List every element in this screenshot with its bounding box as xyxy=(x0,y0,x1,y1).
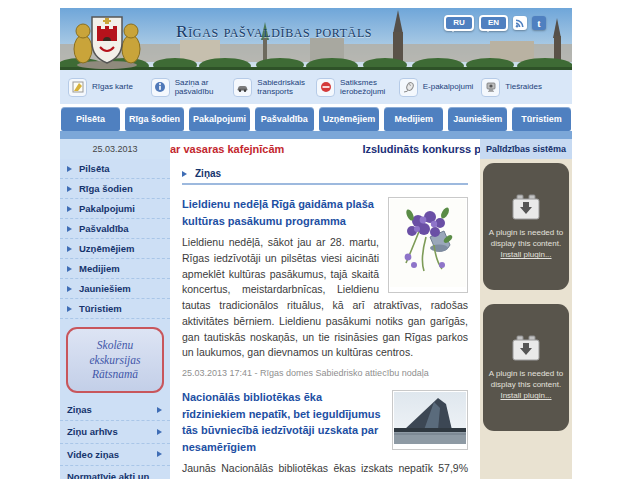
toolbar-item-e-services[interactable]: E-pakalpojumi xyxy=(399,78,482,97)
nav-strip xyxy=(60,131,572,139)
car-icon xyxy=(233,78,252,97)
arrow-right-icon xyxy=(67,306,75,312)
sidebar-item-turistiem[interactable]: Tūristiem xyxy=(60,299,170,319)
sidebar-item-uznemejiem[interactable]: Uzņēmējiem xyxy=(60,239,170,259)
lang-en-button[interactable]: EN xyxy=(479,15,508,31)
toolbar-item-riga-map[interactable]: Rīgas karte xyxy=(68,78,151,97)
news-marquee[interactable]: ar vasaras kafejnīcāmIzsludināts konkurs… xyxy=(170,139,480,159)
rss-icon[interactable] xyxy=(513,16,527,30)
plugin-brick-icon xyxy=(510,335,542,363)
toolbar-item-public-transport[interactable]: Sabiedriskais transports xyxy=(233,78,316,97)
article-body: Jaunās Nacionālās bibliotēkas ēkas izska… xyxy=(182,461,468,479)
main-navigation: Pilsēta Rīga šodien Pakalpojumi Pašvaldī… xyxy=(60,104,572,139)
easter-flowers-photo[interactable] xyxy=(388,197,468,293)
site-title: Rīgas pašvaldības portāls xyxy=(176,21,372,42)
sidebar-item-medijiem[interactable]: Medijiem xyxy=(60,259,170,279)
plugin-placeholder-2: A plugin is needed to display this conte… xyxy=(483,304,569,431)
help-system-button[interactable]: Palīdzības sistēma xyxy=(480,139,572,159)
breadcrumb[interactable]: Ziņas xyxy=(182,159,468,185)
national-library-photo[interactable] xyxy=(392,390,468,450)
plugin-placeholder-1: A plugin is needed to display this conte… xyxy=(483,163,569,290)
map-icon xyxy=(68,78,87,97)
ticker-item-1[interactable]: ar vasaras kafejnīcām xyxy=(170,143,284,155)
arrow-right-icon xyxy=(67,226,75,232)
tab-pakalpojumi[interactable]: Pakalpojumi xyxy=(189,107,250,131)
tab-pasvaldiba[interactable]: Pašvaldība xyxy=(255,107,314,131)
arrow-right-icon xyxy=(67,166,75,172)
school-excursions-banner[interactable]: Skolēnu ekskursijas Rātsnamā xyxy=(66,327,164,393)
mouse-icon xyxy=(399,78,418,97)
ticker-item-2[interactable]: Izsludināts konkurss par xyxy=(362,143,480,155)
webcam-icon xyxy=(481,78,500,97)
news-ticker-row: 25.03.2013 ar vasaras kafejnīcāmIzsludin… xyxy=(60,139,572,159)
tab-jauniesiem[interactable]: Jauniešiem xyxy=(448,107,507,131)
toolbar-item-contact-municipality[interactable]: Saziņa ar pašvaldību xyxy=(151,78,234,97)
install-plugin-link[interactable]: Install plugin... xyxy=(500,250,551,259)
tab-pilseta[interactable]: Pilsēta xyxy=(61,107,120,131)
arrow-right-icon xyxy=(157,429,165,435)
sidebar-item-zinas[interactable]: Ziņas xyxy=(60,399,170,421)
tab-riga-sodien[interactable]: Rīga šodien xyxy=(125,107,184,131)
toolbar-item-traffic-restrictions[interactable]: Satiksmes ierobežojumi xyxy=(316,78,399,97)
tab-turistiem[interactable]: Tūristiem xyxy=(512,107,571,131)
sidebar-item-pakalpojumi[interactable]: Pakalpojumi xyxy=(60,199,170,219)
article-meta: 25.03.2013 17:41 - Rīgas domes Sabiedris… xyxy=(182,368,468,378)
toolbar-item-live-streams[interactable]: Tiešraides xyxy=(481,78,564,97)
arrow-right-icon xyxy=(67,206,75,212)
news-article: Nacionālās bibliotēkas ēka rīdziniekiem … xyxy=(182,389,468,479)
lang-ru-button[interactable]: RU xyxy=(444,15,474,31)
sidebar-item-video-zinas[interactable]: Video ziņas xyxy=(60,444,170,466)
sidebar-item-zinu-arhivs[interactable]: Ziņu arhīvs xyxy=(60,421,170,443)
plugin-message: A plugin is needed to display this conte… xyxy=(489,369,563,391)
riga-portal-page: Rīgas pašvaldības portāls RU EN t Rīgas … xyxy=(0,0,640,480)
twitter-icon[interactable]: t xyxy=(532,16,546,30)
sidebar-item-pilseta[interactable]: Pilsēta xyxy=(60,159,170,179)
arrow-right-icon xyxy=(157,407,165,413)
news-content-column: Ziņas Lieldienu nedēļā Rīgā gaidāma plaš… xyxy=(170,159,480,479)
quick-links-toolbar: Rīgas karte Saziņa ar pašvaldību Sabiedr… xyxy=(60,70,572,104)
riga-coat-of-arms xyxy=(70,9,144,69)
sidebar-item-riga-sodien[interactable]: Rīga šodien xyxy=(60,179,170,199)
current-date: 25.03.2013 xyxy=(60,139,170,159)
arrow-right-icon xyxy=(157,451,165,457)
sidebar-item-pasvaldiba[interactable]: Pašvaldība xyxy=(60,219,170,239)
plugin-brick-icon xyxy=(510,194,542,222)
tab-medijiem[interactable]: Medijiem xyxy=(384,107,443,131)
plugin-message: A plugin is needed to display this conte… xyxy=(489,228,563,250)
info-icon xyxy=(151,78,170,97)
no-entry-icon xyxy=(316,78,335,97)
arrow-right-icon xyxy=(67,266,75,272)
news-article: Lieldienu nedēļā Rīgā gaidāma plaša kult… xyxy=(182,196,468,378)
right-sidebar: A plugin is needed to display this conte… xyxy=(480,159,572,479)
header-banner: Rīgas pašvaldības portāls RU EN t xyxy=(60,8,572,70)
install-plugin-link[interactable]: Install plugin... xyxy=(500,391,551,400)
tab-uznemejiem[interactable]: Uzņēmējiem xyxy=(319,107,380,131)
arrow-right-icon xyxy=(67,186,75,192)
arrow-right-icon xyxy=(67,286,75,292)
sidebar-item-normativie-akti[interactable]: Normatīvie akti un attīstības plānošanas… xyxy=(60,466,170,479)
arrow-right-icon xyxy=(67,246,75,252)
sidebar-item-jauniesiem[interactable]: Jauniešiem xyxy=(60,279,170,299)
left-sidebar: Pilsēta Rīga šodien Pakalpojumi Pašvaldī… xyxy=(60,159,170,479)
arrow-right-icon xyxy=(182,171,190,177)
